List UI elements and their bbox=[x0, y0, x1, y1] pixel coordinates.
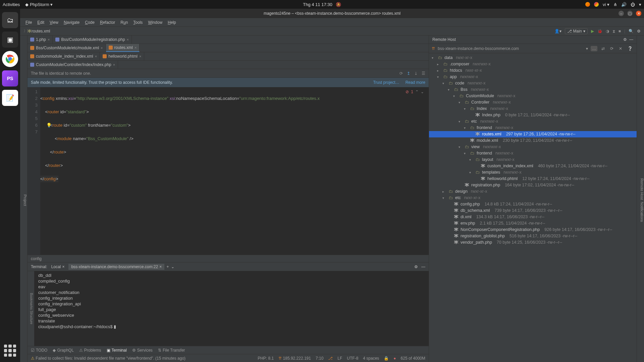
status-error-icon[interactable]: ● bbox=[393, 356, 396, 361]
tree-folder[interactable]: ▾🗀etcrwxrwxr-x bbox=[429, 118, 637, 125]
diff-icon[interactable]: ☰ bbox=[422, 71, 425, 76]
network-icon[interactable]: ⋔ bbox=[613, 2, 617, 7]
bookmarks-toolwindow-button[interactable]: Bookmarks Structure bbox=[28, 271, 34, 346]
clock[interactable]: Thg 4 11 17:30 bbox=[303, 2, 332, 7]
remote-help-icon[interactable]: ❔ bbox=[626, 46, 634, 52]
editor-tab[interactable]: CustomModule/Controller/Index/Index.php× bbox=[28, 61, 118, 69]
upload-icon[interactable]: ↥ bbox=[407, 71, 410, 76]
menu-code[interactable]: Code bbox=[83, 19, 97, 25]
status-memory[interactable]: 625 of 4000M bbox=[401, 356, 425, 361]
tree-folder[interactable]: ▾🗀CustomModulerwxrwxr-x bbox=[429, 93, 637, 99]
status-encoding[interactable]: UTF-8 bbox=[347, 356, 358, 361]
remote-more-icon[interactable]: … bbox=[591, 46, 597, 51]
terminal-hide-icon[interactable]: — bbox=[421, 264, 425, 269]
inspection-indicator[interactable]: ⊘1 ⌃⌄ bbox=[406, 88, 424, 95]
remote-settings-icon[interactable]: ⚙ bbox=[623, 37, 627, 42]
project-toolwindow-button[interactable]: Project bbox=[20, 36, 28, 362]
close-tab-icon[interactable]: × bbox=[101, 46, 103, 50]
tree-folder[interactable]: ▾🗀datarwxr-xr-x bbox=[429, 55, 637, 61]
menu-navigate[interactable]: Navigate bbox=[62, 19, 82, 25]
tree-file[interactable]: 🞷module.xml230 byte 17:20, 11/04/2024 -r… bbox=[429, 137, 637, 144]
minimize-button[interactable]: – bbox=[619, 11, 624, 16]
toolwindow-button[interactable]: ⇅ File Transfer bbox=[158, 348, 185, 353]
dock-chrome-icon[interactable] bbox=[2, 51, 18, 67]
settings-icon[interactable]: ⚙ bbox=[637, 29, 641, 34]
remote-filter-icon[interactable]: ⇄ bbox=[600, 46, 606, 52]
close-tab-icon[interactable]: × bbox=[95, 54, 97, 58]
app-menu[interactable]: ◆ PhpStorm ▾ bbox=[25, 2, 53, 7]
editor-tab[interactable]: Bss/CustomModule/registration.php× bbox=[53, 36, 132, 44]
menu-help[interactable]: Help bbox=[166, 19, 178, 25]
breadcrumb-file[interactable]: routes.xml bbox=[32, 29, 50, 34]
editor-tab[interactable]: custommodule_index_index.xml× bbox=[28, 52, 100, 60]
coverage-icon[interactable]: ◑ bbox=[606, 29, 609, 34]
dock-texteditor-icon[interactable]: 📝 bbox=[2, 90, 18, 106]
editor-tab[interactable]: 1.php× bbox=[28, 36, 53, 44]
terminal-tab-local[interactable]: Local × bbox=[49, 264, 67, 270]
tree-folder[interactable]: ▸🗀htdocsrwxr-xr-x bbox=[429, 67, 637, 74]
dock-apps-icon[interactable] bbox=[2, 343, 18, 359]
remote-dropdown-icon[interactable]: ▾ bbox=[586, 46, 588, 51]
dock-terminal-icon[interactable]: ▣ bbox=[2, 32, 18, 48]
tree-file[interactable]: 🞷registration_globlist.php516 byte 14:17… bbox=[429, 233, 637, 239]
code-editor[interactable]: 1234567 <config xmlns:xsi="http://www.w3… bbox=[28, 87, 429, 255]
run-button-icon[interactable]: ▶ bbox=[591, 29, 594, 34]
terminal-add-tab-icon[interactable]: ＋ bbox=[166, 264, 170, 269]
tray-firefox-icon[interactable] bbox=[585, 2, 590, 7]
close-tab-icon[interactable]: × bbox=[127, 38, 129, 42]
menu-edit[interactable]: Edit bbox=[35, 19, 46, 25]
remote-refresh-icon[interactable]: ⟳ bbox=[609, 46, 615, 52]
status-readonly-icon[interactable]: 🔒 bbox=[384, 356, 389, 361]
intention-bulb-icon[interactable]: 💡 bbox=[46, 122, 52, 129]
tree-folder[interactable]: ▾🗀templatesrwxrwxr-x bbox=[429, 169, 637, 176]
power-icon[interactable]: ⏻ bbox=[631, 2, 635, 7]
tree-file[interactable]: 🞷helloworld.phtml12 byte 17:24, 11/04/20… bbox=[429, 176, 637, 182]
tree-folder[interactable]: ▾🗀layoutrwxrwxr-x bbox=[429, 157, 637, 163]
refresh-icon[interactable]: ⟳ bbox=[399, 71, 403, 76]
tray-chrome-icon[interactable] bbox=[594, 2, 599, 7]
tree-file[interactable]: 🞷routes.xml297 byte 17:26, 11/04/2024 -r… bbox=[429, 131, 637, 137]
system-menu-icon[interactable]: ▾ bbox=[639, 2, 641, 7]
download-icon[interactable]: ⤓ bbox=[414, 71, 418, 76]
remote-close-icon[interactable]: ✕ bbox=[618, 46, 624, 52]
menu-run[interactable]: Run bbox=[118, 19, 130, 25]
terminal-body[interactable]: Bookmarks Structure db_ddlcompiled_confi… bbox=[28, 271, 429, 346]
menu-view[interactable]: View bbox=[48, 19, 60, 25]
activities-button[interactable]: Activities bbox=[3, 2, 20, 7]
maximize-button[interactable]: ▢ bbox=[627, 11, 633, 16]
close-tab-icon[interactable]: × bbox=[139, 54, 141, 58]
remote-file-tree[interactable]: ▾🗀datarwxr-xr-x▸🗀.composerrwxrwxr-x▸🗀htd… bbox=[429, 53, 637, 362]
tree-folder[interactable]: ▾🗀coderwxrwxr-x bbox=[429, 80, 637, 86]
tree-folder[interactable]: ▾🗀viewrwxrwxr-x bbox=[429, 144, 637, 150]
volume-icon[interactable]: 🔊 bbox=[621, 2, 627, 7]
tree-file[interactable]: 🞷registration.php164 byte 17:02, 11/04/2… bbox=[429, 182, 637, 188]
remote-host-selector[interactable]: bss-xteam-instance.demo-bsscommerce.com bbox=[438, 46, 583, 51]
status-indent[interactable]: 4 spaces bbox=[363, 356, 379, 361]
right-toolwindow-bar[interactable]: Remote Host Notifications bbox=[637, 36, 644, 362]
remote-hide-icon[interactable]: — bbox=[629, 37, 633, 42]
git-branch-selector[interactable]: ⎇ Main ▾ bbox=[565, 28, 588, 34]
tree-file[interactable]: 🞷custom_index_index.xml460 byte 17:24, 1… bbox=[429, 163, 637, 169]
tree-folder[interactable]: ▾🗀etcrwxr-xr-x bbox=[429, 195, 637, 201]
toolwindow-button[interactable]: ⚠ Problems bbox=[79, 348, 101, 353]
profiler-icon[interactable]: ⧗ bbox=[612, 29, 615, 34]
toolwindow-button[interactable]: ◆ GraphQL bbox=[53, 348, 73, 353]
tree-file[interactable]: 🞷config.php14.8 kB 17:24, 11/04/2024 -rw… bbox=[429, 201, 637, 207]
editor-tab[interactable]: routes.xml× bbox=[106, 44, 140, 52]
search-icon[interactable]: 🔍 bbox=[629, 29, 634, 34]
menu-file[interactable]: File bbox=[23, 19, 34, 25]
editor-tab[interactable]: helloworld.phtml× bbox=[100, 52, 144, 60]
code-content[interactable]: <config xmlns:xsi="http://www.w3.org/200… bbox=[40, 87, 429, 255]
tree-folder[interactable]: ▾🗀Indexrwxrwxr-x bbox=[429, 106, 637, 112]
status-git-icon[interactable]: ⎇ bbox=[328, 356, 333, 361]
add-user-icon[interactable]: 👤▾ bbox=[554, 29, 561, 34]
read-more-link[interactable]: Read more bbox=[406, 80, 425, 85]
status-deploy[interactable]: ⇈ 185.92.222.191 bbox=[278, 356, 311, 361]
menu-refactor[interactable]: Refactor bbox=[98, 19, 117, 25]
status-warn-icon[interactable]: ⚠ bbox=[31, 356, 35, 361]
structure-breadcrumb[interactable]: config bbox=[28, 255, 429, 262]
stop-icon[interactable]: ■ bbox=[619, 29, 621, 34]
toolwindow-button[interactable]: ▣ Terminal bbox=[107, 348, 127, 353]
terminal-tab-menu-icon[interactable]: ⌄ bbox=[171, 264, 174, 269]
status-php[interactable]: PHP: 8.1 bbox=[258, 356, 274, 361]
